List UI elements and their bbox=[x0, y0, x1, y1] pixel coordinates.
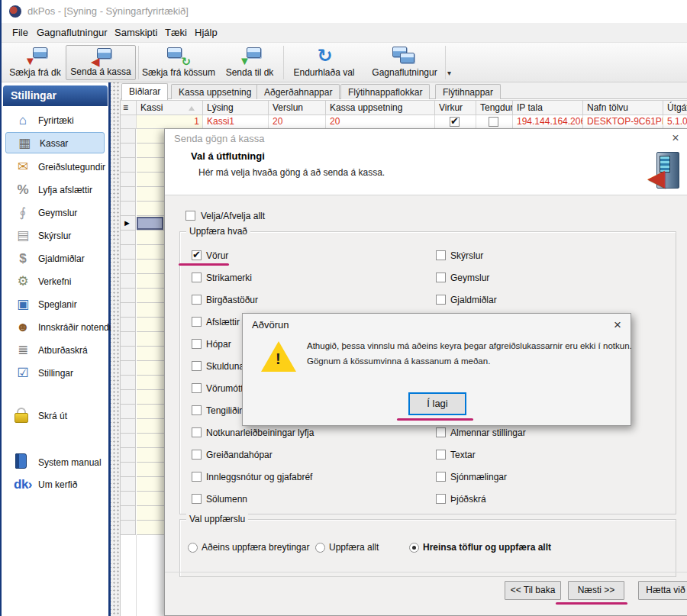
toolbar-saekja-fra-kossum-button[interactable]: ↻ Sækja frá kössum bbox=[140, 45, 217, 80]
toolbar-senda-til-dk-button[interactable]: ▼ Senda til dk bbox=[220, 45, 279, 80]
menu-gagnaflutningur[interactable]: Gagnaflutningur bbox=[37, 27, 108, 38]
hopar-checkbox[interactable] bbox=[192, 339, 202, 349]
cell-kassi[interactable]: 1 bbox=[137, 115, 203, 129]
sidebar-item-geymslur[interactable]: ∮ Geymslur bbox=[5, 202, 108, 224]
tengilidir-checkbox[interactable] bbox=[192, 405, 202, 415]
notkunarleidbeiningar-checkbox[interactable] bbox=[192, 427, 202, 437]
toolbar-gagnaflutningur-button[interactable]: Gagnaflutningur bbox=[365, 45, 444, 80]
column-header-kassa-uppsetning[interactable]: Kassa uppsetning bbox=[326, 100, 435, 115]
grid-corner-menu-icon[interactable]: ≡ bbox=[121, 100, 137, 115]
sidebar-item-gjaldmidlar[interactable]: $ Gjaldmiðlar bbox=[5, 248, 108, 269]
hreinsa-toflur-radio[interactable] bbox=[409, 543, 419, 553]
alert-message-line1: Athugið, þessa vinnslu má aðeins keyra þ… bbox=[307, 341, 632, 350]
textar-checkbox[interactable] bbox=[436, 450, 446, 460]
sidebar-item-skra-ut[interactable]: Skrá út bbox=[5, 405, 108, 427]
vorumottakendur-checkbox[interactable] bbox=[192, 383, 202, 393]
sidebar-item-system-manual[interactable]: System manual bbox=[5, 452, 108, 473]
adeins-uppfaera-breytingar-radio[interactable] bbox=[188, 543, 198, 553]
menu-file[interactable]: File bbox=[12, 27, 28, 38]
geymslur-checkbox[interactable] bbox=[436, 273, 446, 282]
grid-column-border bbox=[136, 535, 137, 616]
uppfaera-allt-radio[interactable] bbox=[315, 543, 325, 553]
cell-lysing[interactable]: Kassi1 bbox=[203, 115, 269, 129]
users-icon: ☻ bbox=[14, 318, 32, 337]
hopar-label: Hópar bbox=[206, 339, 231, 350]
cell-ip-tala[interactable]: 194.144.164.206 bbox=[513, 115, 583, 129]
skuldunautar-checkbox[interactable] bbox=[192, 361, 202, 371]
sidebar-item-stillingar[interactable]: ☑ Stillingar bbox=[5, 363, 108, 384]
column-header-verslun[interactable]: Verslun bbox=[269, 100, 326, 115]
column-header-tengdur[interactable]: Tengdur bbox=[476, 100, 513, 115]
birgdastodur-checkbox[interactable] bbox=[192, 295, 202, 305]
column-header-virkur[interactable]: Virkur bbox=[435, 100, 476, 115]
menu-samskipti[interactable]: Samskipti bbox=[114, 27, 157, 38]
selected-grid-cell[interactable] bbox=[137, 217, 163, 230]
haetta-vid-button[interactable]: Hætta við bbox=[638, 581, 687, 600]
column-header-ip-tala[interactable]: IP tala bbox=[513, 100, 583, 115]
cell-nafn-tolvu[interactable]: DESKTOP-9C61PM5 bbox=[583, 115, 663, 129]
tab-adgerdahnappar[interactable]: Aðgerðahnappar bbox=[256, 84, 340, 100]
column-header-kassi[interactable]: Kassi bbox=[137, 100, 203, 115]
solumenn-checkbox[interactable] bbox=[192, 494, 202, 504]
thjodskra-checkbox[interactable] bbox=[436, 494, 446, 504]
gjaldmidlar-checkbox[interactable] bbox=[436, 295, 446, 305]
column-header-utgafa[interactable]: Útgáfa bbox=[663, 100, 687, 115]
sidebar-item-innskradir-notendur[interactable]: ☻ Innskráðir notendur bbox=[5, 317, 108, 338]
tab-flytihnappaflokkar[interactable]: Flýtihnappaflokkar bbox=[340, 84, 430, 100]
sidebar-item-fyrirtaeki[interactable]: ⌂ Fyrirtæki bbox=[5, 110, 108, 131]
tengilidir-label: Tengiliðir bbox=[206, 405, 242, 416]
velja-afvelja-allt-checkbox[interactable] bbox=[185, 211, 195, 221]
cell-virkur[interactable] bbox=[435, 115, 476, 129]
tab-kassa-uppsetning[interactable]: Kassa uppsetning bbox=[171, 84, 259, 100]
sidebar-item-um-kerfid[interactable]: dk› Um kerfið bbox=[5, 474, 108, 495]
innleggsnotur-checkbox[interactable] bbox=[192, 472, 202, 482]
cell-kassa-uppsetning[interactable]: 20 bbox=[326, 115, 435, 129]
dialog-close-icon[interactable]: × bbox=[667, 131, 684, 146]
sidebar-item-speglanir[interactable]: ▣ Speglanir bbox=[5, 294, 108, 315]
warning-exclamation: ! bbox=[276, 350, 281, 368]
virkur-checkbox[interactable] bbox=[450, 117, 460, 127]
app-window: dkPos - [Syning - Sýningarfyrirtækið] Fi… bbox=[0, 0, 687, 616]
sidebar-item-greidslutegundir[interactable]: ✉ Greiðslutegundir bbox=[5, 156, 108, 178]
naesti-button[interactable]: Næsti >> bbox=[568, 581, 624, 600]
skyrslur-checkbox[interactable] bbox=[436, 250, 446, 260]
toolbar-endurhlada-val-button[interactable]: ↻ Endurhlaða val bbox=[288, 45, 360, 80]
row-selector-cell[interactable] bbox=[121, 115, 137, 129]
window-titlebar: dkPos - [Syning - Sýningarfyrirtækið] bbox=[2, 0, 687, 23]
tengdur-checkbox[interactable] bbox=[489, 117, 498, 127]
til-baka-button[interactable]: << Til baka bbox=[505, 581, 561, 600]
toolbar-senda-a-kassa-button[interactable]: ◀ Senda á kassa bbox=[66, 45, 136, 80]
greidandahopar-checkbox[interactable] bbox=[192, 450, 202, 460]
ok-button[interactable]: Í lagi bbox=[408, 392, 466, 415]
toolbar-dropdown-arrow-icon[interactable]: ▾ bbox=[447, 69, 451, 77]
advorun-alert: Aðvörun × ! Athugið, þessa vinnslu má að… bbox=[242, 313, 631, 426]
column-header-lysing[interactable]: Lýsing bbox=[203, 100, 269, 115]
current-row-marker-icon: ► bbox=[123, 218, 131, 227]
sjonmaelingar-checkbox[interactable] bbox=[436, 472, 446, 482]
tab-flytihnappar[interactable]: Flýtihnappar bbox=[435, 84, 501, 100]
pc-red-arrow-icon: ◀ bbox=[650, 152, 681, 192]
afslaettir-checkbox[interactable] bbox=[192, 317, 202, 327]
menu-taeki[interactable]: Tæki bbox=[165, 27, 187, 38]
vorur-checkbox[interactable] bbox=[192, 250, 202, 260]
sidebar-item-skyrslur[interactable]: ▤ Skýrslur bbox=[5, 225, 108, 247]
column-header-nafn-tolvu[interactable]: Nafn tölvu bbox=[583, 100, 663, 115]
cell-verslun[interactable]: 20 bbox=[269, 115, 326, 129]
strikamerki-checkbox[interactable] bbox=[192, 273, 202, 282]
almennar-stillingar-label: Almennar stillingar bbox=[450, 427, 526, 438]
tab-bidlarar[interactable]: Biðlarar bbox=[121, 83, 168, 100]
cell-utgafa[interactable]: 5.1.0 bbox=[663, 115, 687, 129]
sidebar-item-atburdaskra[interactable]: ≣ Atburðaskrá bbox=[5, 340, 108, 361]
alert-close-icon[interactable]: × bbox=[608, 317, 627, 334]
toolbar-saekja-fra-dk-button[interactable]: ▼ Sækja frá dk bbox=[8, 45, 63, 80]
cell-tengdur[interactable] bbox=[476, 115, 513, 129]
computers-icon bbox=[391, 47, 418, 66]
menu-hjalp[interactable]: Hjálp bbox=[195, 27, 218, 38]
sidebar-item-kassar[interactable]: ▦ Kassar bbox=[5, 132, 105, 153]
sidebar-item-verkefni[interactable]: ⚙ Verkefni bbox=[5, 271, 108, 292]
annotation-underline-vorur bbox=[179, 263, 229, 266]
almennar-stillingar-checkbox[interactable] bbox=[436, 427, 446, 437]
paperclip-icon: ∮ bbox=[14, 204, 32, 222]
sidebar-item-lyfja-afslaettir[interactable]: % Lyfja afslættir bbox=[5, 179, 108, 201]
alert-message-line2: Gögnum á kössumvinna á kassanum á meðan. bbox=[307, 356, 490, 366]
